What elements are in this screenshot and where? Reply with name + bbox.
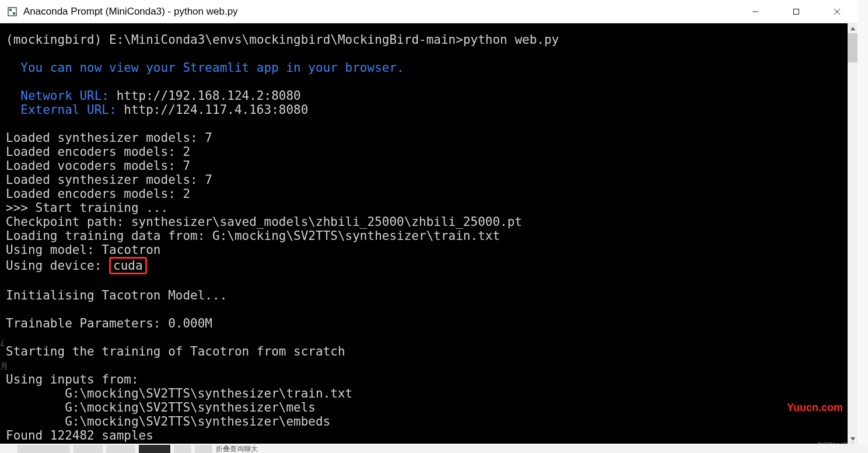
external-url-value: http://124.117.4.163:8080 bbox=[124, 103, 308, 117]
terminal-line: Loaded synthesizer models: 7 bbox=[0, 131, 849, 145]
terminal-line bbox=[0, 75, 849, 89]
terminal-line: Checkpoint path: synthesizer\saved_model… bbox=[0, 215, 849, 229]
terminal-line: G:\mocking\SV2TTS\synthesizer\train.txt bbox=[0, 386, 849, 400]
terminal-line: Initialising Tacotron Model... bbox=[0, 288, 849, 302]
terminal-line: Loaded vocoders models: 7 bbox=[0, 159, 849, 173]
vertical-scrollbar[interactable] bbox=[848, 23, 858, 444]
device-value: cuda bbox=[113, 259, 143, 273]
streamlit-msg: You can now view your Streamlit app in y… bbox=[0, 61, 849, 75]
terminal-line: Trainable Parameters: 0.000M bbox=[0, 316, 849, 330]
scroll-down-button[interactable] bbox=[848, 434, 858, 444]
terminal-line: >>> Start training ... bbox=[0, 201, 849, 215]
window-controls bbox=[735, 0, 858, 23]
terminal-line: G:\mocking\SV2TTS\synthesizer\embeds bbox=[0, 414, 849, 428]
terminal-line bbox=[0, 117, 849, 131]
network-url-line: Network URL: http://192.168.124.2:8080 bbox=[0, 89, 849, 103]
terminal-line: Found 122482 samples bbox=[0, 428, 849, 442]
titlebar[interactable]: Anaconda Prompt (MiniConda3) - python we… bbox=[0, 0, 858, 23]
terminal-window: Anaconda Prompt (MiniConda3) - python we… bbox=[0, 0, 858, 453]
svg-rect-1 bbox=[9, 9, 12, 11]
prompt-path: E:\MiniConda3\envs\mockingbird\MockingBi… bbox=[109, 33, 463, 47]
window-title: Anaconda Prompt (MiniConda3) - python we… bbox=[23, 6, 238, 18]
terminal-line: Loaded synthesizer models: 7 bbox=[0, 173, 849, 187]
screen-fragment: 月 bbox=[0, 362, 8, 370]
prompt-env: (mockingbird) bbox=[6, 33, 109, 47]
maximize-button[interactable] bbox=[776, 0, 817, 23]
scrollbar-thumb[interactable] bbox=[848, 33, 858, 62]
close-button[interactable] bbox=[817, 0, 858, 23]
svg-rect-2 bbox=[13, 12, 15, 15]
terminal-line: Loaded encoders models: 2 bbox=[0, 187, 849, 201]
terminal-line: Starting the training of Tacotron from s… bbox=[0, 344, 849, 358]
device-highlight: cuda bbox=[109, 257, 147, 274]
prompt-cmd: python web.py bbox=[463, 33, 559, 47]
app-icon bbox=[7, 6, 18, 17]
device-label: Using device: bbox=[6, 259, 109, 273]
device-line: Using device: cuda bbox=[0, 257, 849, 274]
external-url-line: External URL: http://124.117.4.163:8080 bbox=[0, 103, 849, 117]
minimize-button[interactable] bbox=[735, 0, 776, 23]
screen-fragment: ¿ bbox=[0, 337, 5, 346]
terminal-line bbox=[0, 274, 849, 288]
outer-scrollbar[interactable] bbox=[858, 0, 868, 453]
terminal-body[interactable]: (mockingbird) E:\MiniConda3\envs\mocking… bbox=[0, 23, 849, 444]
terminal-line: G:\mocking\SV2TTS\synthesizer\mels bbox=[0, 400, 849, 414]
network-url-value: http://192.168.124.2:8080 bbox=[117, 89, 301, 103]
taskbar-fragment: 折叠查询聊大 bbox=[0, 445, 868, 453]
svg-rect-4 bbox=[794, 9, 799, 14]
terminal-line bbox=[0, 47, 849, 61]
terminal-line bbox=[0, 330, 849, 344]
external-url-label: External URL: bbox=[6, 103, 124, 117]
terminal-line bbox=[0, 302, 849, 316]
terminal-line bbox=[0, 358, 849, 372]
network-url-label: Network URL: bbox=[6, 89, 117, 103]
terminal-line: Using inputs from: bbox=[0, 372, 849, 386]
prompt-line: (mockingbird) E:\MiniConda3\envs\mocking… bbox=[0, 33, 849, 47]
terminal-line: Loading training data from: G:\mocking\S… bbox=[0, 229, 849, 243]
taskbar-text: 折叠查询聊大 bbox=[216, 445, 258, 453]
scroll-up-button[interactable] bbox=[848, 23, 858, 33]
terminal-line: Loaded encoders models: 2 bbox=[0, 145, 849, 159]
terminal-line: Using model: Tacotron bbox=[0, 243, 849, 257]
